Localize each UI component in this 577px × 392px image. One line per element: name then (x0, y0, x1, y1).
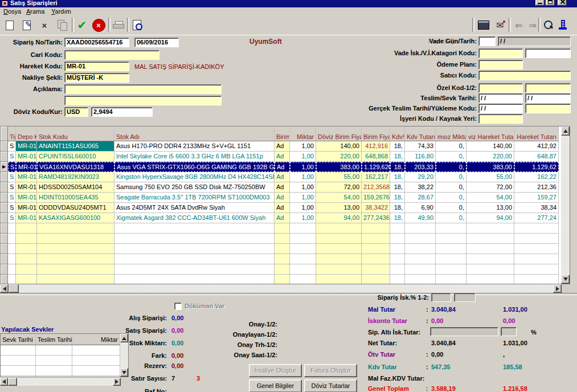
vi-katagori-input[interactable] (525, 48, 571, 58)
cell[interactable] (8, 223, 16, 234)
cell[interactable] (362, 234, 390, 244)
cell[interactable] (316, 234, 362, 244)
cell[interactable] (405, 264, 436, 275)
menu-yardim[interactable]: Yardım (49, 8, 73, 15)
cell[interactable]: 383,00 (316, 162, 362, 172)
cell[interactable] (316, 223, 362, 234)
cell[interactable]: Ad (275, 152, 290, 162)
cell[interactable] (16, 254, 37, 264)
cell[interactable]: MR-01 (16, 213, 37, 223)
cell[interactable] (114, 244, 275, 254)
cell[interactable] (16, 275, 37, 284)
cell[interactable] (390, 254, 405, 264)
cell[interactable]: 116,80 (405, 152, 436, 162)
cell[interactable] (390, 264, 405, 275)
cell[interactable] (275, 254, 290, 264)
cell[interactable]: 140,00 (466, 141, 514, 152)
cell[interactable] (362, 264, 390, 275)
cell[interactable] (362, 254, 390, 264)
grid-horizontal-scrollbar[interactable] (0, 284, 570, 293)
yukleme-kodu-input[interactable] (525, 104, 571, 113)
scroll-left-button[interactable] (0, 378, 8, 386)
table-row[interactable]: SMR-01KASAXIGASG600100Xigmatek Asgard 38… (1, 213, 570, 223)
column-header[interactable]: Stok Kodu (37, 126, 114, 141)
cell[interactable] (36, 366, 72, 376)
cell[interactable]: 162,217 (362, 172, 390, 182)
row-marker[interactable] (1, 254, 8, 264)
cell[interactable]: Ad (275, 203, 290, 213)
cell[interactable]: 648,868 (362, 152, 390, 162)
cell[interactable]: 18, (390, 172, 405, 182)
mail-button[interactable]: ✉ (492, 17, 508, 33)
cell[interactable] (8, 264, 16, 275)
cell[interactable]: 0, (436, 152, 466, 162)
fatura-olustur-button[interactable]: Fatura Oluştur (304, 364, 357, 377)
cell[interactable]: 55,00 (316, 172, 362, 182)
row-marker[interactable]: ▶ (1, 162, 8, 172)
column-header[interactable]: msız Miktar (436, 126, 466, 141)
cell[interactable]: 38,22 (405, 182, 436, 193)
cell[interactable]: 38,3422 (362, 203, 390, 213)
cell[interactable]: 220,00 (466, 152, 514, 162)
cell[interactable]: 94,00 (316, 213, 362, 223)
cell[interactable]: 1,00 (290, 193, 316, 203)
cell[interactable]: 13,00 (466, 203, 514, 213)
column-header[interactable]: viz Hareket Tutarı (466, 126, 514, 141)
gercek-teslim-input[interactable]: / / (478, 104, 523, 113)
cell[interactable]: S (8, 152, 16, 162)
cell[interactable]: 38,34 (514, 203, 559, 213)
cell[interactable]: Asus H170-PRO DDR4 2133MHz S+V+GL 1151 (114, 141, 275, 152)
cell[interactable]: 277,2436 (362, 213, 390, 223)
cell[interactable] (390, 234, 405, 244)
cell[interactable] (436, 275, 466, 284)
cell[interactable]: MR-01 (16, 152, 37, 162)
cell[interactable]: MR-01 (16, 162, 37, 172)
cell[interactable] (290, 223, 316, 234)
cell[interactable] (1, 356, 36, 366)
scroll-up-button[interactable] (561, 126, 570, 136)
cell[interactable] (8, 234, 16, 244)
cell[interactable]: Ad (275, 182, 290, 193)
column-header[interactable]: Birim (275, 126, 290, 141)
cell[interactable] (316, 254, 362, 264)
cell[interactable]: RAMD48192KIN0023 (37, 172, 114, 182)
cell[interactable]: 18, (390, 162, 405, 172)
sip-alti-isk-input[interactable] (430, 327, 498, 336)
cell[interactable] (16, 244, 37, 254)
cell[interactable] (114, 275, 275, 284)
cell[interactable]: 203,33 (405, 162, 436, 172)
row-marker[interactable] (1, 141, 8, 152)
satici-kodu-input[interactable] (478, 71, 571, 80)
cell[interactable] (405, 275, 436, 284)
table-row[interactable]: SMR-01ANAINT1151ASU065Asus H170-PRO DDR4… (1, 141, 570, 152)
cell[interactable]: ANAINT1151ASU065 (37, 141, 114, 152)
siparis-isk-1-input[interactable] (431, 293, 451, 302)
copy-record-button[interactable] (54, 17, 70, 33)
empty-row[interactable] (1, 244, 570, 254)
cell[interactable]: 1.129,62 (514, 162, 559, 172)
row-marker[interactable] (1, 203, 8, 213)
cell[interactable]: S (8, 193, 16, 203)
empty-row[interactable] (1, 254, 570, 264)
odeme-plani-input[interactable] (478, 60, 523, 70)
cell[interactable]: 1,00 (290, 213, 316, 223)
cell[interactable] (275, 264, 290, 275)
aciklama-input-2[interactable] (64, 96, 222, 105)
cell[interactable]: 94,00 (466, 213, 514, 223)
cell[interactable]: 412,916 (362, 141, 390, 152)
row-marker[interactable] (1, 182, 8, 193)
cell[interactable] (8, 275, 16, 284)
cell[interactable]: Ad (275, 172, 290, 182)
cell[interactable]: 49,90 (405, 213, 436, 223)
cell[interactable] (290, 254, 316, 264)
column-header[interactable]: Miktar (290, 126, 316, 141)
cell[interactable]: Ad (275, 193, 290, 203)
empty-row[interactable] (1, 264, 570, 275)
cancel-button[interactable]: × (91, 17, 107, 33)
cell[interactable]: 18, (390, 203, 405, 213)
cell[interactable] (36, 356, 72, 366)
cell[interactable] (466, 223, 514, 234)
new-record-button[interactable] (2, 17, 18, 33)
cell[interactable] (466, 264, 514, 275)
cell[interactable]: Asus 24D5MT 24X SATA DvdRw Siyah (114, 203, 275, 213)
